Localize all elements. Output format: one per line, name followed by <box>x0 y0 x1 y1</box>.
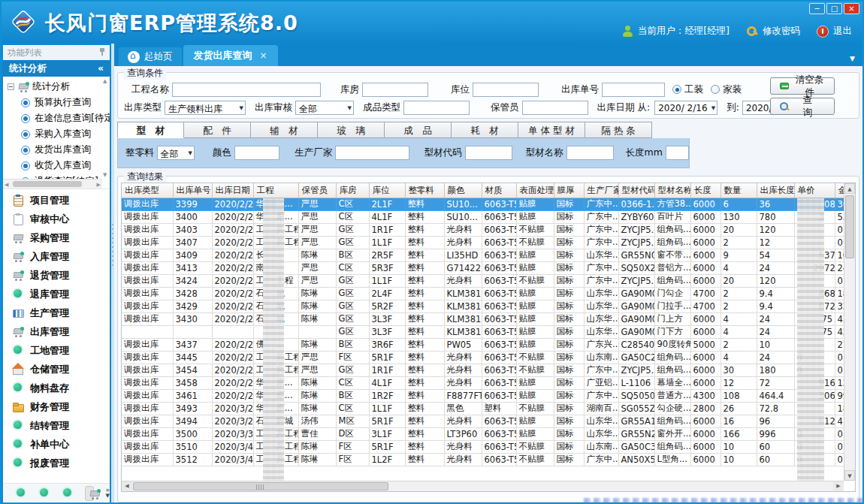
table-row[interactable]: 调拨出库34072020/2/25 工 共工程严思G区 1L1F整料光身料 60… <box>122 236 853 249</box>
search-button[interactable]: 查 询 <box>770 98 835 115</box>
project-name-input[interactable] <box>172 83 321 97</box>
sidebar-menu-item[interactable]: 审核中心 <box>3 210 110 228</box>
table-row[interactable]: 调拨出库35002020/3/3 工 共工程曹佳D区 3L1F整料LT3P60 … <box>122 427 853 440</box>
change-password-link[interactable]: 修改密码 <box>763 25 800 38</box>
tree-horizontal-scrollbar[interactable]: ◀▶ <box>3 179 102 189</box>
sidebar-menu-item[interactable]: 工地管理 <box>3 341 110 360</box>
clear-conditions-button[interactable]: 清空条件 <box>770 77 835 95</box>
scroll-thumb[interactable] <box>13 181 82 187</box>
material-tab[interactable]: 配 件 <box>184 122 251 138</box>
table-row[interactable]: 调拨出库34132020/2/26 南 ...严思C区 5R3F整料G71422… <box>122 261 853 274</box>
sidebar-menu-item[interactable]: 补单中心 <box>3 435 110 454</box>
table-row[interactable]: 调拨出库34542020/2/28 工 共工程严思G区 1R1F整料光身料 60… <box>122 364 853 376</box>
profile-code-input[interactable] <box>465 146 512 160</box>
sidebar-menu-item[interactable]: 仓储管理 <box>3 360 110 379</box>
tree-expander-icon[interactable] <box>8 83 14 90</box>
table-header-row[interactable]: 出库类型出库单号 出库日期工程 保管员库房 库位整零料 颜色材质 表面处理膜厚 … <box>122 183 853 198</box>
material-tab[interactable]: 玻 璃 <box>318 122 385 138</box>
quick-dot-button[interactable] <box>62 487 74 499</box>
sidebar-menu-item[interactable]: 入库管理 <box>3 247 110 266</box>
table-row[interactable]: 调拨出库35102020/3/4 工 共工程陈琳F区 5R1F整料光身料 606… <box>122 440 853 453</box>
scroll-up-icon: ▲ <box>844 183 855 194</box>
tree-item[interactable]: 收货入库查询 <box>3 158 110 174</box>
sidebar-menu-item[interactable]: 结转管理 <box>3 416 110 435</box>
table-row[interactable]: 调拨出库33992020/2/25 华 原...严思C区 2L1F整料SU10.… <box>122 198 853 210</box>
table-row[interactable]: 调拨出库34302020/2/26 石 城陈琳G区 3L3F整料KLM3817 … <box>122 312 853 325</box>
material-tab[interactable]: 隔 热 条 <box>585 122 652 138</box>
material-tab[interactable]: 型 材 <box>117 122 184 138</box>
length-input[interactable] <box>666 146 689 160</box>
sidebar-menu-item[interactable]: 项目管理 <box>3 191 110 210</box>
table-row[interactable]: 调拨出库34282020/2/26 石 城陈琳G区 2L4F整料KLM3817 … <box>122 287 853 300</box>
quick-dot-button[interactable] <box>15 487 27 499</box>
menu-item-icon <box>12 213 24 225</box>
menu-item-label: 财务管理 <box>30 400 69 414</box>
tree-root-item[interactable]: 统计分析 <box>3 79 110 95</box>
tab-outbound-query[interactable]: 发货出库查询 × <box>183 45 278 66</box>
scroll-thumb[interactable] <box>845 195 854 258</box>
color-input[interactable] <box>234 146 279 160</box>
scroll-thumb[interactable] <box>133 482 388 490</box>
table-vertical-scrollbar[interactable]: ▲ ▼ <box>844 183 855 481</box>
material-tab[interactable]: 耗 材 <box>452 122 518 138</box>
tree-item[interactable]: 预算执行查询 <box>3 95 110 110</box>
more-buttons-chevron[interactable]: »▼ <box>105 487 110 499</box>
order-no-input[interactable] <box>602 83 665 97</box>
tree-item[interactable]: 采购入库查询 <box>3 126 110 142</box>
sidebar-menu-item[interactable]: 退库管理 <box>3 285 110 303</box>
sidebar-menu-item[interactable]: 财务管理 <box>3 397 110 416</box>
sidebar-menu-item[interactable]: 物料盘存 <box>3 379 110 397</box>
minimize-button[interactable]: ─ <box>809 3 825 14</box>
table-row[interactable]: 调拨出库34372020/2/27 佛 ...陈琳B区 3R6F整料PW05 6… <box>122 338 853 351</box>
warehouse-input[interactable] <box>362 83 428 97</box>
content-area: 查询条件 工程名称 库房 库位 出库单号 工装 家装 <box>114 66 862 504</box>
tree-item[interactable]: 在途信息查询[待定] <box>3 110 110 126</box>
pin-icon[interactable] <box>99 47 105 56</box>
sidebar-menu-item[interactable]: 报废管理 <box>3 454 110 472</box>
table-row[interactable]: 调拨出库34942020/3/2 石 辉城汤伟M区 5R1F整料光身料 6063… <box>122 415 853 427</box>
logout-link[interactable]: 退出 <box>833 25 852 38</box>
table-row[interactable]: G区 3L3F整料KLM3817 6063-T5贴膜国标 山东华...GA90M… <box>122 325 853 338</box>
location-input[interactable] <box>473 83 539 97</box>
table-row[interactable]: 调拨出库34452020/2/27 工 共工程严思F区 5R1F整料光身料 60… <box>122 351 853 364</box>
table-horizontal-scrollbar[interactable]: ◀ ▶ <box>122 481 844 491</box>
table-row[interactable]: 调拨出库34002020/2/25 华 原...严思C区 4L1F整料SU10.… <box>122 210 853 223</box>
tab-close-icon[interactable]: × <box>260 50 267 61</box>
tree-vertical-scrollbar[interactable]: ▲▼ <box>102 78 110 178</box>
radio-dot-icon <box>21 146 30 155</box>
material-tab[interactable]: 辅 材 <box>251 122 318 138</box>
sidebar-section-header[interactable]: 统计分析 « <box>3 60 110 77</box>
tab-home[interactable]: 起始页 <box>119 47 182 66</box>
outbound-type-select[interactable]: 生产领料出库 <box>165 101 246 115</box>
table-row[interactable]: 调拨出库34292020/2/26 石 城陈琳G区 5R2F整料KLM3817 … <box>122 300 853 312</box>
quick-dot-button[interactable] <box>38 487 50 499</box>
material-tab[interactable]: 成 品 <box>385 122 452 138</box>
industrial-radio[interactable] <box>672 85 681 94</box>
product-type-input[interactable] <box>403 101 470 115</box>
maker-input[interactable] <box>335 146 409 160</box>
audit-select[interactable]: 全部 <box>295 101 354 115</box>
collapse-icon[interactable]: « <box>98 62 104 77</box>
sidebar-menu-item[interactable]: 退货管理 <box>3 266 110 285</box>
quick-cart-button[interactable] <box>85 486 94 501</box>
table-row[interactable]: 调拨出库34612020/2/28 华 原...陈琳B区 1R2F整料F8877… <box>122 389 853 402</box>
sidebar-menu-item[interactable]: 出库管理 <box>3 322 110 341</box>
table-row[interactable]: 调拨出库34242020/2/26 工 工程严思G区 1L1F整料光身料 606… <box>122 274 853 287</box>
table-row[interactable]: 调拨出库34032020/2/25 工 共工程严思G区 1R1F整料光身料 60… <box>122 223 853 236</box>
tab-overflow-icon[interactable]: ▼ <box>850 55 855 62</box>
maximize-button[interactable]: □ <box>826 3 842 14</box>
table-row[interactable]: 调拨出库34092020/2/25 长 ...陈琳B区 2R5F整料LI35HD… <box>122 249 853 261</box>
date-from-select[interactable]: 2020/ 2/16 <box>654 101 717 115</box>
keeper-input[interactable] <box>522 101 588 115</box>
whole-part-select[interactable]: 全部 <box>157 146 195 160</box>
sidebar-menu-item[interactable]: 采购管理 <box>3 228 110 247</box>
table-row[interactable]: 调拨出库34932020/3/2 华 原...陈琳C区 1L1F整料黑色 塑料不… <box>122 402 853 415</box>
tree-item[interactable]: 发货出库查询 <box>3 142 110 158</box>
table-row[interactable]: 调拨出库34582020/2/28 华 原...陈琳C区 4L1F整料光身料 6… <box>122 376 853 389</box>
profile-name-input[interactable] <box>566 146 614 160</box>
home-radio[interactable] <box>711 85 720 94</box>
close-button[interactable]: × <box>844 3 859 14</box>
sidebar-menu-item[interactable]: 生产管理 <box>3 303 110 322</box>
table-row[interactable]: 调拨出库35122020/3/4 工 共工程陈琳F区 1L2F整料光身料 606… <box>122 453 853 466</box>
material-tab[interactable]: 单 体 型 材 <box>518 122 585 138</box>
